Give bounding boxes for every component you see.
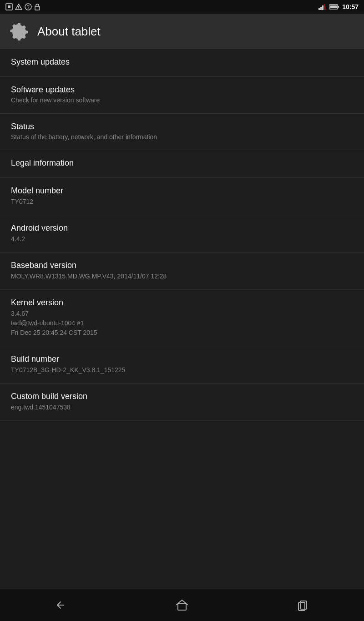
navigation-bar: [0, 589, 364, 621]
build-number-title: Build number: [11, 354, 353, 364]
notification-icons: ?: [5, 3, 40, 10]
back-arrow-icon: [55, 599, 66, 611]
status-subtitle: Status of the battery, network, and othe…: [11, 133, 353, 142]
recents-button[interactable]: [290, 594, 317, 616]
android-version-title: Android version: [11, 223, 353, 233]
legal-title: Legal information: [11, 158, 353, 168]
warning-icon: [15, 3, 22, 10]
baseband-version-title: Baseband version: [11, 261, 353, 270]
list-item-build-number: Build number TY0712B_3G-HD-2_KK_V3.8.1_1…: [0, 346, 364, 384]
baseband-version-value: MOLY.WR8.W1315.MD.WG.MP.V43, 2014/11/07 …: [11, 272, 353, 281]
home-icon: [176, 599, 188, 611]
svg-rect-15: [338, 6, 339, 8]
list-item-status[interactable]: Status Status of the battery, network, a…: [0, 114, 364, 151]
list-item-system-updates[interactable]: System updates: [0, 49, 364, 77]
list-item-baseband-version: Baseband version MOLY.WR8.W1315.MD.WG.MP…: [0, 252, 364, 290]
svg-point-4: [18, 8, 19, 9]
custom-build-title: Custom build version: [11, 392, 353, 401]
list-item-custom-build: Custom build version eng.twd.1451047538: [0, 384, 364, 421]
lock-icon: [34, 3, 40, 10]
kernel-version-title: Kernel version: [11, 298, 353, 308]
list-item-android-version: Android version 4.4.2: [0, 215, 364, 252]
back-button[interactable]: [47, 594, 74, 616]
list-item-software-updates[interactable]: Software updates Check for new version s…: [0, 77, 364, 114]
screenshot-icon: [5, 3, 13, 10]
software-updates-title: Software updates: [11, 85, 353, 95]
recents-icon: [298, 599, 309, 611]
status-bar-right: 10:57: [318, 3, 359, 10]
list-item-model-number: Model number TY0712: [0, 178, 364, 215]
svg-rect-1: [8, 5, 10, 8]
svg-rect-8: [318, 8, 320, 10]
model-number-value: TY0712: [11, 197, 353, 207]
settings-list: System updates Software updates Check fo…: [0, 49, 364, 589]
system-updates-title: System updates: [11, 57, 353, 67]
gear-icon: [9, 21, 29, 41]
android-version-value: 4.4.2: [11, 234, 353, 244]
svg-rect-14: [330, 5, 337, 8]
battery-icon: [329, 4, 339, 10]
status-bar: ? 10:57: [0, 0, 364, 14]
svg-rect-9: [320, 7, 322, 10]
model-number-title: Model number: [11, 186, 353, 196]
list-item-legal[interactable]: Legal information: [0, 150, 364, 178]
list-item-kernel-version: Kernel version 3.4.67 twd@twd-ubuntu-100…: [0, 290, 364, 346]
page-title: About tablet: [37, 25, 101, 39]
build-number-value: TY0712B_3G-HD-2_KK_V3.8.1_151225: [11, 365, 353, 375]
software-updates-subtitle: Check for new version software: [11, 96, 353, 105]
signal-icon: [318, 4, 327, 10]
help-icon: ?: [25, 3, 32, 10]
custom-build-value: eng.twd.1451047538: [11, 403, 353, 412]
status-time: 10:57: [342, 3, 359, 10]
home-button[interactable]: [168, 594, 196, 616]
app-header: About tablet: [0, 14, 364, 49]
svg-rect-7: [35, 6, 40, 10]
status-title: Status: [11, 122, 353, 131]
svg-rect-10: [322, 5, 324, 10]
svg-text:?: ?: [27, 5, 30, 10]
svg-rect-16: [178, 604, 186, 610]
kernel-version-value: 3.4.67 twd@twd-ubuntu-1004 #1 Fri Dec 25…: [11, 309, 353, 338]
